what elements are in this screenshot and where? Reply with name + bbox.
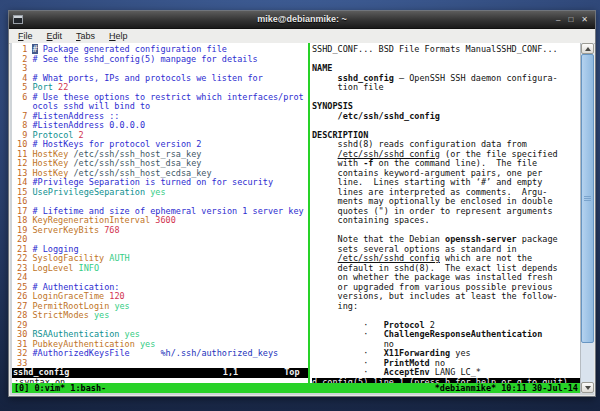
- vim-line: 32 #AuthorizedKeysFile %h/.ssh/authorize…: [12, 349, 308, 359]
- line-number: 24: [12, 272, 32, 282]
- line-number: 14: [12, 177, 32, 187]
- line-number: 8: [12, 120, 32, 130]
- screen-window-list: [0] 0:vim* 1:bash-: [14, 383, 106, 393]
- menu-item-edit[interactable]: Edit: [40, 29, 70, 43]
- line-number: 27: [12, 301, 32, 311]
- minimize-button[interactable]: –: [556, 11, 560, 28]
- man-line: /etc/ssh/sshd_config: [312, 112, 580, 122]
- line-number: 22: [12, 253, 32, 263]
- screen-host-clock: *debianmike* 10:11 30-Jul-14: [435, 383, 578, 393]
- line-number: 6: [12, 92, 32, 102]
- scrollbar-track[interactable]: [581, 54, 594, 382]
- line-number: 2: [12, 54, 32, 64]
- line-number: 26: [12, 291, 32, 301]
- line-number: 21: [12, 244, 32, 254]
- line-number: 18: [12, 215, 32, 225]
- arrow-up-icon: [585, 47, 591, 51]
- scrollbar[interactable]: [580, 43, 594, 393]
- menu-item-file[interactable]: File: [11, 29, 40, 43]
- man-line: tion file: [312, 83, 580, 93]
- line-number: 16: [12, 196, 32, 206]
- line-number: 10: [12, 139, 32, 149]
- menu-item-help[interactable]: Help: [102, 29, 135, 43]
- line-number: 13: [12, 168, 32, 178]
- line-number: 11: [12, 149, 32, 159]
- line-number: 9: [12, 130, 32, 140]
- line-number: 3: [12, 63, 32, 73]
- vim-buffer: 1 # Package generated configuration file…: [12, 45, 308, 368]
- vim-line: 28 StrictModes yes: [12, 311, 308, 321]
- vim-pane[interactable]: 1 # Package generated configuration file…: [12, 45, 308, 387]
- window-controls: –□✕: [556, 11, 595, 28]
- line-number: 19: [12, 225, 32, 235]
- scrollbar-thumb[interactable]: [581, 54, 594, 343]
- close-button[interactable]: ✕: [581, 11, 588, 28]
- thumb-grip-icon: [584, 196, 591, 201]
- vim-line: 2 # See the sshd_config(5) manpage for d…: [12, 55, 308, 65]
- arrow-down-icon: [585, 386, 591, 390]
- man-line: SSHD_CONF... BSD File Formats ManualSSHD…: [312, 45, 580, 55]
- menu-item-tabs[interactable]: Tabs: [69, 29, 102, 43]
- line-number: 28: [12, 310, 32, 320]
- line-number: 20: [12, 234, 32, 244]
- line-number: 25: [12, 282, 32, 292]
- screen-status-bar: [0] 0:vim* 1:bash- *debianmike* 10:11 30…: [12, 383, 580, 393]
- vim-line: 19 ServerKeyBits 768: [12, 226, 308, 236]
- window-title: mike@debianmike: ~: [9, 11, 595, 28]
- line-number: 7: [12, 111, 32, 121]
- man-page-pane[interactable]: SSHD_CONF... BSD File Formats ManualSSHD…: [312, 45, 580, 387]
- line-number: 1: [12, 44, 32, 54]
- man-page-text: SSHD_CONF... BSD File Formats ManualSSHD…: [312, 45, 580, 378]
- maximize-button[interactable]: □: [568, 11, 573, 28]
- scroll-down-button[interactable]: [581, 382, 594, 393]
- vim-line: 15 UsePrivilegeSeparation yes: [12, 188, 308, 198]
- man-line: ing:: [312, 302, 580, 312]
- vim-line: 23 LogLevel INFO: [12, 264, 308, 274]
- line-number: [12, 101, 32, 111]
- line-number: 29: [12, 320, 32, 330]
- line-number: 5: [12, 82, 32, 92]
- line-number: 30: [12, 329, 32, 339]
- man-line: [312, 55, 580, 65]
- line-number: 17: [12, 206, 32, 216]
- window-titlebar[interactable]: mike@debianmike: ~ –□✕: [9, 11, 595, 29]
- terminal-area: 1 # Package generated configuration file…: [10, 43, 594, 395]
- terminal-window: mike@debianmike: ~ –□✕ FileEditTabsHelp …: [8, 10, 596, 397]
- line-number: 23: [12, 263, 32, 273]
- line-number: 4: [12, 73, 32, 83]
- line-number: 15: [12, 187, 32, 197]
- menu-bar: FileEditTabsHelp: [9, 29, 595, 44]
- line-number: 33: [12, 358, 32, 368]
- line-number: 12: [12, 158, 32, 168]
- terminal-app-icon: [13, 15, 23, 24]
- screen-session: 1 # Package generated configuration file…: [12, 43, 580, 393]
- line-number: 31: [12, 339, 32, 349]
- pane-divider[interactable]: [308, 43, 310, 383]
- scroll-up-button[interactable]: [581, 43, 594, 54]
- line-number: 32: [12, 348, 32, 358]
- man-line: containing spaces.: [312, 216, 580, 226]
